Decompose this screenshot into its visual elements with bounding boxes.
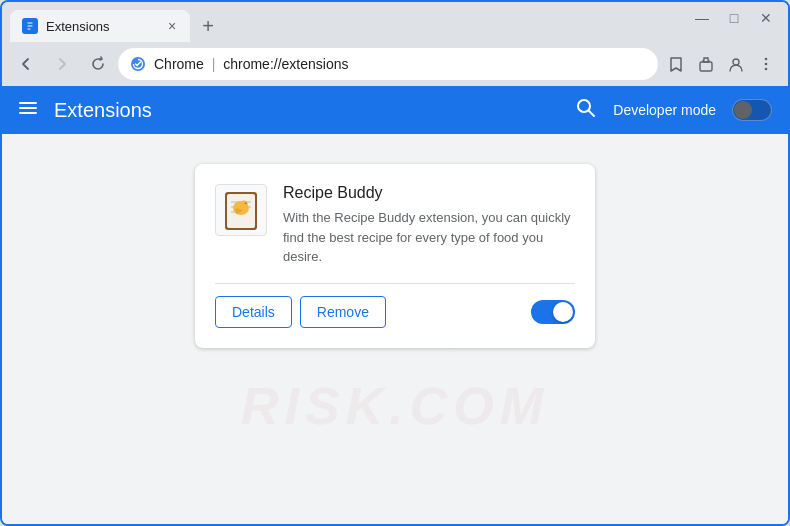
extension-card-footer: Details Remove bbox=[215, 283, 575, 328]
extension-description: With the Recipe Buddy extension, you can… bbox=[283, 208, 575, 267]
title-bar: Extensions × + — □ ✕ bbox=[2, 2, 788, 42]
extension-name: Recipe Buddy bbox=[283, 184, 575, 202]
extension-enable-toggle[interactable] bbox=[531, 300, 575, 324]
maximize-button[interactable]: □ bbox=[720, 4, 748, 32]
svg-point-5 bbox=[765, 63, 768, 66]
svg-point-3 bbox=[733, 59, 739, 65]
bookmark-button[interactable] bbox=[662, 50, 690, 78]
toggle-knob bbox=[734, 101, 752, 119]
extension-icon bbox=[215, 184, 267, 236]
reload-button[interactable] bbox=[82, 48, 114, 80]
main-content: RISK.COM bbox=[2, 134, 788, 524]
new-tab-button[interactable]: + bbox=[194, 12, 222, 40]
address-site-name: Chrome | chrome://extensions bbox=[154, 56, 646, 72]
developer-mode-toggle[interactable] bbox=[732, 99, 772, 121]
watermark-text: RISK.COM bbox=[241, 376, 549, 436]
developer-mode-label: Developer mode bbox=[613, 102, 716, 118]
remove-button[interactable]: Remove bbox=[300, 296, 386, 328]
extension-card-header: Recipe Buddy With the Recipe Buddy exten… bbox=[215, 184, 575, 267]
extension-info: Recipe Buddy With the Recipe Buddy exten… bbox=[283, 184, 575, 267]
extension-card: Recipe Buddy With the Recipe Buddy exten… bbox=[195, 164, 595, 348]
extension-toggle-knob bbox=[553, 302, 573, 322]
secure-icon bbox=[130, 56, 146, 72]
minimize-button[interactable]: — bbox=[688, 4, 716, 32]
forward-button[interactable] bbox=[46, 48, 78, 80]
tab-area: Extensions × + bbox=[10, 2, 684, 42]
svg-point-7 bbox=[578, 100, 590, 112]
active-tab[interactable]: Extensions × bbox=[10, 10, 190, 42]
browser-window: Extensions × + — □ ✕ bbox=[0, 0, 790, 526]
back-button[interactable] bbox=[10, 48, 42, 80]
tab-title: Extensions bbox=[46, 19, 154, 34]
hamburger-menu-icon[interactable] bbox=[18, 98, 38, 123]
address-bar-row: Chrome | chrome://extensions bbox=[2, 42, 788, 86]
extensions-page-title: Extensions bbox=[54, 99, 559, 122]
details-button[interactable]: Details bbox=[215, 296, 292, 328]
extensions-header: Extensions Developer mode bbox=[2, 86, 788, 134]
address-actions bbox=[662, 50, 780, 78]
tab-close-button[interactable]: × bbox=[162, 16, 182, 36]
svg-point-6 bbox=[765, 68, 768, 71]
svg-point-4 bbox=[765, 58, 768, 61]
extensions-button[interactable] bbox=[692, 50, 720, 78]
tab-favicon bbox=[22, 18, 38, 34]
svg-rect-2 bbox=[700, 62, 712, 71]
header-search-button[interactable] bbox=[575, 97, 597, 124]
close-window-button[interactable]: ✕ bbox=[752, 4, 780, 32]
window-controls: — □ ✕ bbox=[688, 4, 780, 40]
account-button[interactable] bbox=[722, 50, 750, 78]
address-bar[interactable]: Chrome | chrome://extensions bbox=[118, 48, 658, 80]
svg-point-18 bbox=[245, 202, 246, 203]
menu-button[interactable] bbox=[752, 50, 780, 78]
